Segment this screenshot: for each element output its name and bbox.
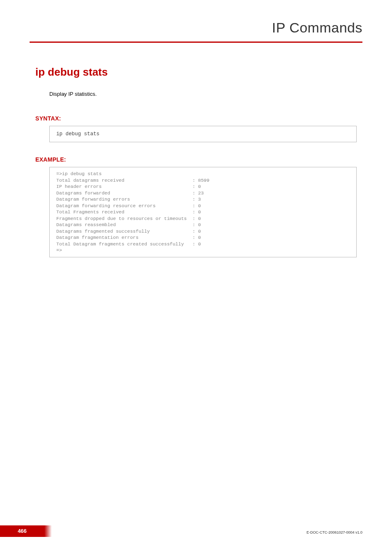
page-container: IP Commands ip debug stats Display IP st… — [0, 0, 392, 555]
section-description: Display IP statistics. — [49, 91, 362, 97]
example-heading: EXAMPLE: — [35, 156, 362, 163]
section-title: ip debug stats — [35, 66, 362, 79]
footer-accent-fade — [44, 525, 52, 537]
footer-doc-id: E-DOC-CTC-20061027-0004 v1.0 — [307, 530, 362, 534]
page-number: 466 — [0, 525, 44, 537]
example-output-box: =>ip debug stats Total datagrams receive… — [49, 167, 357, 257]
header-rule — [30, 42, 362, 43]
syntax-heading: SYNTAX: — [35, 115, 362, 122]
page-header-title: IP Commands — [30, 20, 362, 36]
syntax-code-box: ip debug stats — [49, 126, 357, 142]
